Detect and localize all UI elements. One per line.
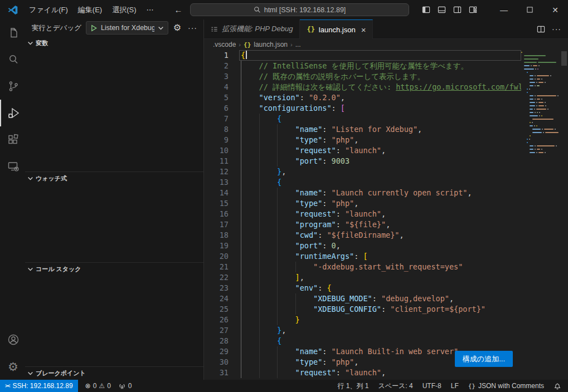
code-line: 15 "type": "php", [204, 198, 568, 209]
menubar: ファイル(F)編集(E)選択(S)⋯ [24, 3, 159, 17]
breadcrumb-folder[interactable]: .vscode [213, 41, 236, 48]
account-icon[interactable] [0, 326, 25, 353]
code-line: 13 { [204, 177, 568, 188]
code-line: 31 "request": "launch", [204, 367, 568, 378]
code-line: 19 "port": 0, [204, 241, 568, 251]
code-line: 25 "XDEBUG_CONFIG": "client_port=${port}… [204, 304, 568, 315]
language-mode[interactable]: {} JSON with Comments [468, 382, 544, 390]
breadcrumb-symbol[interactable]: ... [295, 41, 301, 48]
code-line: 11 "port": 9003 [204, 156, 568, 166]
activity-bar: ⚙ [0, 19, 25, 380]
search-view-icon[interactable] [0, 46, 25, 73]
toggle-secondary-sidebar-icon[interactable] [452, 4, 463, 16]
scrollbar-thumb[interactable] [561, 51, 567, 66]
section-call-stack[interactable]: コール スタック [25, 262, 203, 276]
json-file-icon: {} [244, 41, 251, 48]
menu-item[interactable]: 編集(E) [73, 3, 107, 17]
code-line: 16 "request": "launch", [204, 209, 568, 219]
error-icon: ⊗ [85, 382, 91, 390]
breadcrumb: .vscode › {} launch.json › ... [204, 39, 568, 50]
remote-indicator[interactable]: >< SSH: 192.168.12.89 [0, 380, 78, 392]
code-line: 20 "runtimeArgs": [ [204, 251, 568, 262]
code-line: 21 "-dxdebug.start_with_request=yes" [204, 262, 568, 272]
titlebar: ファイル(F)編集(E)選択(S)⋯ ← → html [SSH: 192.16… [0, 0, 568, 19]
run-and-debug-sidebar: 実行とデバッグ Listen for Xdebug ⚙ ··· 変数 ウォッチ式 [25, 19, 204, 380]
code-line: 9 "type": "php", [204, 135, 568, 145]
menu-item[interactable]: ⋯ [142, 3, 159, 16]
customize-layout-icon[interactable] [467, 4, 479, 16]
toggle-panel-icon[interactable] [436, 4, 448, 16]
bell-icon[interactable] [554, 382, 561, 390]
code-line: 1{ [204, 50, 568, 61]
code-line: 30 "type": "php", [204, 357, 568, 367]
section-breakpoints[interactable]: ブレークポイント [25, 366, 203, 380]
code-line: 12 }, [204, 166, 568, 177]
status-bar: >< SSH: 192.168.12.89 ⊗ 0 ⚠ 0 0 行 1、列 1 … [0, 380, 568, 392]
source-control-icon[interactable] [0, 73, 25, 100]
code-line: 10 "request": "launch", [204, 145, 568, 156]
section-watch[interactable]: ウォッチ式 [25, 171, 203, 185]
list-selection-icon [211, 26, 218, 33]
code-line: 8 "name": "Listen for Xdebug", [204, 124, 568, 135]
ports-indicator[interactable]: 0 [118, 382, 132, 390]
code-line: 23 "env": { [204, 283, 568, 293]
section-variables[interactable]: 変数 [25, 36, 203, 50]
remote-icon: >< [5, 383, 10, 389]
editor-more-actions-icon[interactable]: ··· [552, 24, 561, 33]
explorer-icon[interactable] [0, 19, 25, 46]
split-editor-icon[interactable] [537, 25, 545, 33]
minimap[interactable] [521, 50, 560, 380]
radio-tower-icon [118, 382, 126, 390]
extensions-icon[interactable] [0, 126, 25, 153]
code-editor[interactable]: 1{2 // IntelliSense を使用して利用可能な属性を学べます。3 … [204, 50, 568, 380]
code-line: 3 // 既存の属性の説明をホバーして表示します。 [204, 71, 568, 82]
close-tab-icon[interactable]: × [361, 25, 366, 35]
vscode-logo-icon [7, 4, 18, 16]
chevron-down-icon [158, 25, 164, 31]
encoding[interactable]: UTF-8 [423, 382, 441, 390]
code-line: 28 { [204, 336, 568, 346]
command-center-text: html [SSH: 192.168.12.89] [264, 6, 346, 14]
cursor-position[interactable]: 行 1、列 1 [338, 381, 369, 391]
code-line: 24 "XDEBUG_MODE": "debug,develop", [204, 293, 568, 304]
breadcrumb-file[interactable]: launch.json [254, 41, 288, 48]
code-line: 27 }, [204, 325, 568, 336]
code-line: 6 "configurations": [ [204, 103, 568, 114]
code-line: 4 // 詳細情報は次を確認してください: https://go.microso… [204, 82, 568, 92]
code-line: 14 "name": "Launch currently open script… [204, 188, 568, 198]
vertical-scrollbar[interactable] [560, 50, 568, 380]
launch-configuration-name: Listen for Xdebug [101, 24, 154, 32]
code-line: 2 // IntelliSense を使用して利用可能な属性を学べます。 [204, 61, 568, 71]
start-debugging-icon[interactable] [90, 24, 98, 32]
maximize-button[interactable] [517, 0, 542, 19]
add-configuration-button[interactable]: 構成の追加... [455, 351, 513, 367]
remote-explorer-icon[interactable] [0, 153, 25, 180]
menu-item[interactable]: ファイル(F) [24, 3, 73, 17]
minimap-content [521, 52, 560, 153]
call-stack-body [25, 276, 203, 366]
launch-configuration-dropdown[interactable]: Listen for Xdebug [86, 21, 168, 35]
tab-launch-json[interactable]: {} launch.json × [300, 19, 373, 39]
settings-gear-icon[interactable]: ⚙ [0, 353, 25, 380]
indentation[interactable]: スペース: 4 [378, 381, 413, 391]
back-arrow-button[interactable]: ← [174, 5, 183, 14]
eol[interactable]: LF [451, 382, 459, 390]
views-more-actions-icon[interactable]: ··· [186, 23, 199, 32]
toggle-primary-sidebar-icon[interactable] [420, 4, 432, 16]
variables-body [25, 50, 203, 171]
editor-area: 拡張機能: PHP Debug {} launch.json × ··· .vs… [204, 19, 568, 380]
warning-icon: ⚠ [99, 382, 105, 390]
code-lines: 1{2 // IntelliSense を使用して利用可能な属性を学べます。3 … [204, 50, 568, 378]
json-braces-icon: {} [468, 383, 475, 390]
code-line: 29 "name": "Launch Built-in web server", [204, 346, 568, 357]
close-window-button[interactable]: ✕ [542, 0, 568, 19]
code-line: 7 { [204, 114, 568, 124]
menu-item[interactable]: 選択(S) [107, 3, 141, 17]
sidebar-title: 実行とデバッグ [32, 23, 81, 33]
debug-settings-gear-icon[interactable]: ⚙ [172, 23, 183, 32]
tab-php-debug-extension[interactable]: 拡張機能: PHP Debug [204, 19, 300, 38]
problems-indicator[interactable]: ⊗ 0 ⚠ 0 [85, 382, 111, 390]
command-center-search[interactable]: html [SSH: 192.168.12.89] [190, 3, 409, 16]
run-and-debug-icon[interactable] [0, 100, 25, 126]
minimize-button[interactable]: — [491, 0, 517, 19]
